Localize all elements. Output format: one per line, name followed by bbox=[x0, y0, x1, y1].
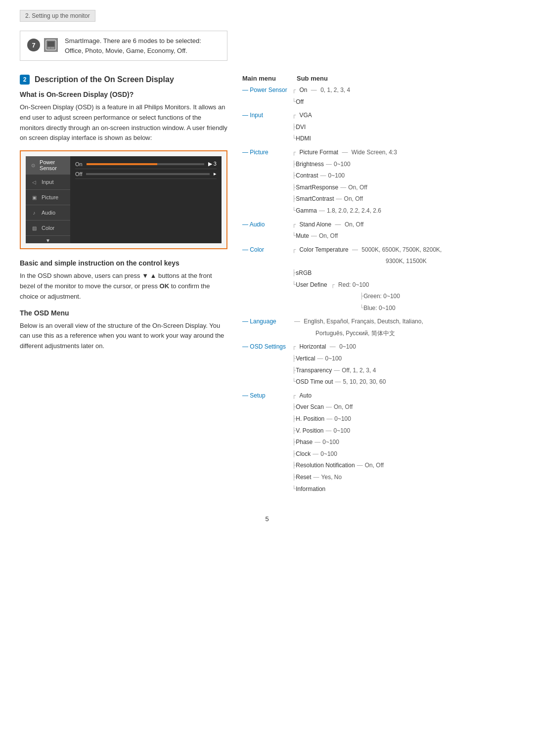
osd-scroll-indicator: ▼ bbox=[26, 236, 70, 243]
subsection1-title: What is On-Screen Display (OSD)? bbox=[20, 90, 227, 98]
step-box: 7 SmartImage. There are 6 modes to be se… bbox=[20, 31, 227, 61]
osd-preview: ⊙ Power Sensor ◁ Input ▣ Picture ♪ Audio… bbox=[20, 150, 227, 249]
tree-language-cont: Português, Русский, 简体中文 bbox=[242, 328, 514, 339]
tree-picture-brightness: ├ Brightness — 0~100 bbox=[242, 159, 514, 170]
section-title: Description of the On Screen Display bbox=[35, 75, 174, 84]
osd-sidebar-label-power: Power Sensor bbox=[40, 159, 66, 171]
osd-sidebar-label-color: Color bbox=[42, 225, 54, 231]
osd-sidebar-label-picture: Picture bbox=[42, 194, 58, 200]
tree-osd-vertical: ├ Vertical — 0~100 bbox=[242, 354, 514, 364]
osd-sidebar-audio: ♪ Audio bbox=[26, 205, 70, 221]
tree-power-off: └ Off bbox=[242, 97, 514, 108]
step-icons: 7 bbox=[27, 36, 58, 52]
osd-sidebar-label-audio: Audio bbox=[42, 210, 55, 216]
tree-picture-contrast: ├ Contrast — 0~100 bbox=[242, 171, 514, 181]
tree-group-setup: — Setup ┌ Auto bbox=[242, 391, 514, 401]
tree-setup-vposition: ├ V. Position — 0~100 bbox=[242, 426, 514, 437]
tree-group-power-sensor: — Power Sensor ┌ On — 0, 1, 2, 3, 4 bbox=[242, 85, 514, 96]
osd-sidebar-power-sensor: ⊙ Power Sensor bbox=[26, 156, 70, 175]
osd-row-off: Off ▸ bbox=[75, 169, 217, 179]
main-audio: — Audio bbox=[242, 220, 289, 230]
subsection3-body: Below is an overall view of the structur… bbox=[20, 321, 227, 352]
svg-rect-2 bbox=[47, 47, 50, 48]
osd-sidebar: ⊙ Power Sensor ◁ Input ▣ Picture ♪ Audio… bbox=[26, 156, 70, 243]
subsection2-body: In the OSD shown above, users can press … bbox=[20, 271, 227, 302]
tree-picture-smartresponse: ├ SmartResponse — On, Off bbox=[242, 182, 514, 193]
tree-group-picture: — Picture ┌ Picture Format — Wide Screen… bbox=[242, 147, 514, 158]
tree-setup-resolution: ├ Resolution Notification — On, Off bbox=[242, 460, 514, 471]
osd-sidebar-input: ◁ Input bbox=[26, 175, 70, 190]
tree-color-green: ├ Green: 0~100 bbox=[242, 291, 514, 302]
section-badge: 2 bbox=[20, 75, 30, 85]
osd-main-panel: On ▶ 3 Off ▸ bbox=[70, 156, 222, 243]
step-number: 7 bbox=[27, 39, 40, 51]
tree-setup-reset: ├ Reset — Yes, No bbox=[242, 472, 514, 483]
tree-setup-phase: ├ Phase — 0~100 bbox=[242, 437, 514, 448]
tree-setup-information: └ Information bbox=[242, 484, 514, 495]
tree-setup-overscan: ├ Over Scan — On, Off bbox=[242, 402, 514, 413]
osd-bar-fill bbox=[87, 163, 157, 165]
main-power-sensor: — Power Sensor bbox=[242, 85, 289, 96]
power-sensor-icon: ⊙ bbox=[30, 161, 37, 170]
subsection3-title: The OSD Menu bbox=[20, 309, 227, 317]
tree-input-dvi: ├ DVI bbox=[242, 122, 514, 133]
svg-rect-3 bbox=[51, 47, 54, 48]
tree-picture-smartcontrast: ├ SmartContrast — On, Off bbox=[242, 194, 514, 205]
tree-group-audio: — Audio ┌ Stand Alone — On, Off bbox=[242, 220, 514, 230]
tree-group-language: — Language — English, Español, Français,… bbox=[242, 316, 514, 327]
input-icon: ◁ bbox=[30, 178, 39, 186]
audio-icon: ♪ bbox=[30, 208, 39, 217]
left-column: 2 Description of the On Screen Display W… bbox=[20, 75, 227, 358]
picture-icon: ▣ bbox=[30, 193, 39, 202]
tree-color-srgb: ├ sRGB bbox=[242, 268, 514, 279]
tree-headers: Main menu Sub menu bbox=[242, 75, 514, 82]
header-text: 2. Setting up the monitor bbox=[25, 12, 90, 19]
smartimage-icon bbox=[44, 38, 58, 52]
main-picture: — Picture bbox=[242, 147, 289, 158]
osd-slider-bar bbox=[87, 163, 204, 165]
section-heading: 2 Description of the On Screen Display bbox=[20, 75, 227, 85]
tree-setup-clock: ├ Clock — 0~100 bbox=[242, 449, 514, 460]
main-layout: 2 Description of the On Screen Display W… bbox=[20, 75, 514, 495]
tree-color-temp-cont: 9300K, 11500K bbox=[242, 256, 514, 267]
tree-osd-timeout: └ OSD Time out — 5, 10, 20, 30, 60 bbox=[242, 377, 514, 388]
tree-group-color: — Color ┌ Color Temperature — 5000K, 650… bbox=[242, 245, 514, 256]
step-description: SmartImage. There are 6 modes to be sele… bbox=[65, 36, 220, 55]
main-color: — Color bbox=[242, 245, 289, 256]
subsection1-body: On-Screen Display (OSD) is a feature in … bbox=[20, 102, 227, 143]
osd-slider-bar-off bbox=[86, 173, 210, 175]
main-osd-settings: — OSD Settings bbox=[242, 342, 289, 353]
tree-picture-gamma: └ Gamma — 1.8, 2.0, 2.2, 2.4, 2.6 bbox=[242, 206, 514, 217]
page-number: 5 bbox=[20, 515, 514, 523]
tree-osd-transparency: ├ Transparency — Off, 1, 2, 3, 4 bbox=[242, 365, 514, 376]
svg-rect-1 bbox=[47, 42, 54, 46]
header-bar: 2. Setting up the monitor bbox=[20, 10, 95, 22]
color-icon: ▧ bbox=[30, 223, 39, 232]
tree-group-osd-settings: — OSD Settings ┌ Horizontal — 0~100 bbox=[242, 342, 514, 353]
main-language: — Language bbox=[242, 316, 289, 327]
tree-setup-hposition: ├ H. Position — 0~100 bbox=[242, 414, 514, 425]
osd-tree: — Power Sensor ┌ On — 0, 1, 2, 3, 4 └ Of… bbox=[242, 85, 514, 494]
tree-color-blue: └ Blue: 0~100 bbox=[242, 303, 514, 314]
tree-input-hdmi: └ HDMI bbox=[242, 133, 514, 144]
tree-group-input: — Input ┌ VGA bbox=[242, 110, 514, 121]
header-main: Main menu bbox=[242, 75, 292, 82]
main-setup: — Setup bbox=[242, 391, 289, 401]
tree-color-userdefine: └ User Define ┌ Red: 0~100 bbox=[242, 280, 514, 291]
osd-sidebar-picture: ▣ Picture bbox=[26, 190, 70, 205]
right-column: Main menu Sub menu — Power Sensor ┌ On —… bbox=[242, 75, 514, 495]
header-sub: Sub menu bbox=[292, 75, 376, 82]
subsection2-title: Basic and simple instruction on the cont… bbox=[20, 259, 227, 267]
main-input: — Input bbox=[242, 110, 289, 121]
osd-row-on: On ▶ 3 bbox=[75, 159, 217, 169]
osd-sidebar-label-input: Input bbox=[42, 179, 53, 185]
tree-audio-mute: └ Mute — On, Off bbox=[242, 231, 514, 242]
osd-sidebar-color: ▧ Color bbox=[26, 221, 70, 236]
